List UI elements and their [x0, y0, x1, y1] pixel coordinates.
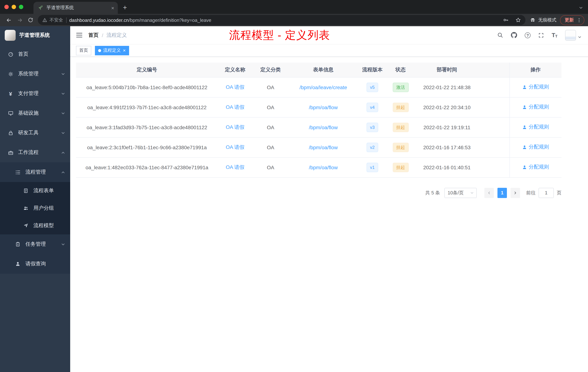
status-badge: 激活 — [393, 82, 409, 92]
help-icon[interactable]: ? — [525, 32, 531, 38]
app-window: 芋道管理系统 首页 系统管理 ¥ 支付管理 — [0, 26, 588, 372]
list-icon — [15, 169, 21, 175]
tab-close-icon[interactable]: × — [111, 5, 114, 10]
sidebar-item-label: 基础设施 — [18, 110, 57, 117]
version-badge: v5 — [366, 82, 378, 92]
address-bar[interactable]: 不安全 dashboard.yudao.iocoder.cn/bpm/manag… — [38, 15, 525, 25]
column-header-status: 状态 — [387, 63, 414, 77]
github-icon[interactable] — [511, 32, 517, 38]
back-button[interactable] — [4, 15, 14, 25]
cell-category: OA — [252, 157, 289, 177]
cell-filler — [480, 137, 509, 157]
sidebar-item-infrastructure[interactable]: 基础设施 — [0, 103, 70, 123]
cell-category: OA — [252, 137, 289, 157]
assign-rule-link[interactable]: 分配规则 — [522, 124, 549, 131]
chevron-down-icon — [61, 111, 65, 115]
sidebar-item-workflow[interactable]: 工作流程 — [0, 143, 70, 162]
form-link[interactable]: /bpm/oa/flow — [309, 124, 338, 130]
caret-down-icon — [578, 35, 581, 39]
column-header-process-version: 流程版本 — [358, 63, 387, 77]
sidebar-item-payment[interactable]: ¥ 支付管理 — [0, 84, 70, 103]
search-icon[interactable] — [497, 32, 503, 38]
browser-menu-icon[interactable] — [576, 17, 582, 23]
key-icon[interactable] — [503, 17, 509, 23]
page-content: 定义编号 定义名称 定义分类 表单信息 流程版本 状态 部署时间 操作 — [70, 57, 588, 372]
sidebar-item-home[interactable]: 首页 — [0, 44, 70, 64]
form-link[interactable]: /bpm/oa/leave/create — [299, 84, 347, 90]
font-size-icon[interactable]: TT — [552, 32, 557, 38]
tags-view-bar: 首页 流程定义 × — [70, 44, 588, 57]
tag-home[interactable]: 首页 — [76, 46, 91, 55]
tag-process-definition[interactable]: 流程定义 × — [95, 46, 129, 55]
assign-rule-label: 分配规则 — [529, 84, 549, 90]
briefcase-icon — [7, 150, 14, 155]
assign-rule-link[interactable]: 分配规则 — [522, 164, 549, 171]
table-row: oa_leave:3:1fad3d93-7b75-11ec-a3c8-acde4… — [76, 117, 561, 137]
sidebar-item-leave-query[interactable]: 请假查询 — [0, 254, 70, 274]
current-page-button[interactable]: 1 — [497, 188, 507, 198]
browser-update-button[interactable]: 更新 — [560, 15, 584, 25]
prev-page-button[interactable] — [484, 188, 494, 198]
column-header-definition-name: 定义名称 — [218, 63, 252, 77]
cell-deploy-time: 2022-01-22 19:19:11 — [414, 117, 480, 137]
table-row: oa_leave:2:3c1f0ef1-76b1-11ec-9c66-a2380… — [76, 137, 561, 157]
column-header-deploy-time: 部署时间 — [414, 63, 480, 77]
chevron-up-icon — [61, 170, 65, 174]
sidebar-item-label: 流程模型 — [33, 222, 65, 229]
sidebar: 芋道管理系统 首页 系统管理 ¥ 支付管理 — [0, 26, 70, 372]
sidebar-item-system[interactable]: 系统管理 — [0, 64, 70, 84]
next-page-button[interactable] — [511, 188, 520, 198]
definition-name-link[interactable]: OA 请假 — [226, 104, 244, 110]
sidebar-item-process-management[interactable]: 流程管理 — [0, 162, 70, 182]
breadcrumb-current: 流程定义 — [106, 32, 127, 38]
browser-tab[interactable]: 芋道管理系统 × — [33, 2, 118, 14]
form-link[interactable]: /bpm/oa/flow — [309, 164, 338, 170]
breadcrumb-home[interactable]: 首页 — [88, 32, 99, 38]
sidebar-item-process-forms[interactable]: 流程表单 — [0, 182, 70, 199]
chevron-down-icon — [61, 242, 65, 246]
sidebar-item-dev-tools[interactable]: 研发工具 — [0, 123, 70, 143]
assign-rule-link[interactable]: 分配规则 — [522, 144, 549, 151]
version-badge: v4 — [366, 102, 378, 112]
assign-rule-link[interactable]: 分配规则 — [522, 104, 549, 110]
sidebar-item-process-models[interactable]: 流程模型 — [0, 217, 70, 234]
tag-close-icon[interactable]: × — [123, 48, 126, 53]
version-badge: v2 — [366, 142, 378, 152]
definition-name-link[interactable]: OA 请假 — [226, 144, 244, 150]
sidebar-item-label: 系统管理 — [18, 71, 57, 77]
app-logo-row[interactable]: 芋道管理系统 — [0, 26, 70, 44]
definition-name-link[interactable]: OA 请假 — [226, 124, 244, 130]
new-tab-button[interactable]: + — [123, 4, 127, 11]
sidebar-item-user-groups[interactable]: 用户分组 — [0, 199, 70, 217]
user-menu[interactable] — [565, 30, 581, 41]
assign-rule-link[interactable]: 分配规则 — [522, 84, 549, 90]
goto-page-input[interactable] — [538, 188, 554, 198]
definition-name-link[interactable]: OA 请假 — [226, 84, 244, 90]
url-path: /bpm/manager/definition?key=oa_leave — [129, 17, 211, 23]
forward-button[interactable] — [15, 15, 25, 25]
refresh-button[interactable] — [25, 15, 36, 25]
user-icon — [522, 105, 527, 109]
sidebar-item-task-management[interactable]: 任务管理 — [0, 234, 70, 254]
tab-search-chevron-icon[interactable] — [579, 6, 583, 10]
user-icon — [15, 261, 21, 266]
table-row: oa_leave:4:991f2193-7b7f-11ec-a3c8-acde4… — [76, 97, 561, 117]
table-row: oa_leave:5:004b710b-7b8a-11ec-8ef0-acde4… — [76, 77, 561, 97]
document-icon — [22, 188, 29, 193]
page-unit-label: 页 — [557, 189, 561, 196]
zoom-window-button[interactable] — [19, 5, 23, 9]
page-size-select[interactable]: 10条/页 — [444, 188, 477, 198]
minimize-window-button[interactable] — [12, 5, 16, 9]
security-status[interactable]: 不安全 — [42, 17, 63, 23]
definition-name-link[interactable]: OA 请假 — [226, 164, 244, 170]
form-link[interactable]: /bpm/oa/flow — [309, 104, 338, 110]
chevron-down-icon — [470, 191, 474, 195]
users-icon — [22, 206, 29, 211]
bookmark-star-icon[interactable] — [515, 17, 521, 23]
fullscreen-icon[interactable] — [538, 32, 544, 38]
close-window-button[interactable] — [4, 5, 9, 9]
form-link[interactable]: /bpm/oa/flow — [309, 144, 338, 150]
tab-title: 芋道管理系统 — [47, 5, 108, 11]
sidebar-toggle-icon[interactable] — [76, 33, 83, 38]
user-icon — [522, 145, 527, 150]
